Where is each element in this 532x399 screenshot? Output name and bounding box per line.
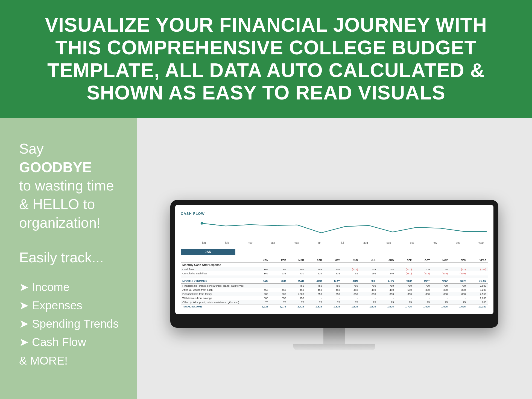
cell: 75 bbox=[449, 300, 467, 304]
hello-label: & HELLO to bbox=[19, 196, 95, 212]
col-nov: NOV bbox=[431, 258, 449, 263]
cell: 75 bbox=[252, 300, 270, 304]
list-item: ➤ Spending Trends bbox=[19, 315, 120, 333]
col-dec: DEC bbox=[449, 258, 467, 263]
col-sep-h: SEP bbox=[396, 278, 414, 284]
col-jun-h: JUN bbox=[342, 278, 360, 284]
table-row: Other (child support, public assistance,… bbox=[181, 300, 488, 304]
col-jun: JUN bbox=[342, 258, 360, 263]
cell: 200 bbox=[270, 292, 288, 296]
cell: 75 bbox=[288, 300, 306, 304]
cell: 350 bbox=[342, 292, 360, 296]
col-mar-h: MAR bbox=[288, 278, 306, 284]
cell: 450 bbox=[306, 288, 324, 292]
cell: 169 bbox=[252, 271, 270, 275]
cell: 150 bbox=[288, 296, 306, 300]
cell: 2,425 bbox=[288, 304, 306, 309]
col-jul-h: JUL bbox=[359, 278, 378, 284]
cell: 75 bbox=[324, 300, 342, 304]
cash-flow-label: Cash flow bbox=[181, 267, 252, 271]
col-aug: AUG bbox=[378, 258, 396, 263]
col-may-h: MAY bbox=[324, 278, 342, 284]
income-row-label: After-tax wages from a job bbox=[181, 288, 252, 292]
cell: 350 bbox=[359, 292, 378, 296]
col-nov-h: NOV bbox=[431, 278, 449, 284]
cell: 169 bbox=[252, 267, 270, 271]
monthly-cash-label: Monthly Cash After Expense bbox=[181, 262, 252, 267]
cell: 340 bbox=[378, 271, 396, 275]
cell: 200 bbox=[252, 292, 270, 296]
col-jul: JUL bbox=[359, 258, 378, 263]
income-row-label: Withdrawals from savings bbox=[181, 296, 252, 300]
cell: (238) bbox=[431, 271, 449, 275]
col-dec-h: DEC bbox=[449, 278, 467, 284]
cell: 199 bbox=[306, 267, 324, 271]
cell: 750 bbox=[288, 283, 306, 288]
goodbye-text: Say GOODBYE to wasting time & HELLO to o… bbox=[19, 140, 120, 232]
month-label: nov bbox=[428, 241, 442, 244]
income-row-label: Financial aid (grants, scholarships, loa… bbox=[181, 283, 252, 288]
cell: (721) bbox=[396, 267, 414, 271]
month-label: aug bbox=[359, 241, 373, 244]
cell: 238 bbox=[270, 271, 288, 275]
table-row: Cash flow 169 69 192 199 204 (771) 124 1… bbox=[181, 267, 488, 271]
cash-flow-chart-section: CASH FLOW jan feb mar bbox=[181, 212, 488, 244]
total-income-label: TOTAL INCOME bbox=[181, 304, 252, 309]
say-label: Say bbox=[19, 141, 44, 157]
income-section-header-row: MONTHLY INCOME JAN FEB MAR APR MAY JUN J… bbox=[181, 278, 488, 284]
list-item: ➤ Expenses bbox=[19, 296, 120, 315]
cell: 450 bbox=[342, 288, 360, 292]
cell: 450 bbox=[270, 288, 288, 292]
table-row: Cumulative cash flow 169 238 430 629 833… bbox=[181, 271, 488, 275]
month-label: jan bbox=[197, 241, 211, 244]
col-sep: SEP bbox=[396, 258, 414, 263]
cell bbox=[467, 271, 488, 275]
cell: 750 bbox=[324, 283, 342, 288]
col-jan: JAN bbox=[252, 258, 270, 263]
cell: (771) bbox=[342, 267, 360, 271]
cell: 450 bbox=[324, 288, 342, 292]
month-label: sep bbox=[382, 241, 396, 244]
month-label: feb bbox=[220, 241, 234, 244]
cell: 1,625 bbox=[359, 304, 378, 309]
cell: 7,500 bbox=[467, 283, 488, 288]
cell: 75 bbox=[359, 300, 378, 304]
cell: 1,000 bbox=[288, 292, 306, 296]
cell: 350 bbox=[431, 288, 449, 292]
cell: 75 bbox=[378, 300, 396, 304]
cell: 75 bbox=[396, 300, 414, 304]
cell: - bbox=[359, 296, 378, 300]
cell: - bbox=[324, 296, 342, 300]
cell: 1,075 bbox=[270, 304, 288, 309]
table-row: After-tax wages from a job 450 450 450 4… bbox=[181, 288, 488, 292]
right-panel: CASH FLOW jan feb mar bbox=[137, 118, 532, 399]
col-aug-h: AUG bbox=[378, 278, 396, 284]
cell: (272) bbox=[413, 271, 431, 275]
cell: (299) bbox=[467, 267, 488, 271]
cell: (299) bbox=[449, 271, 467, 275]
monitor-stand-neck bbox=[323, 328, 345, 344]
list-item: ➤ Cash Flow bbox=[19, 333, 120, 351]
cell: - bbox=[270, 283, 288, 288]
chart-months: jan feb mar apr may jun jul aug sep oct bbox=[181, 240, 488, 244]
cell: 350 bbox=[306, 292, 324, 296]
cell: 750 bbox=[342, 283, 360, 288]
cell: 450 bbox=[378, 288, 396, 292]
cell: 1,525 bbox=[449, 304, 467, 309]
cell: 192 bbox=[288, 267, 306, 271]
easily-track-label: Easily track... bbox=[19, 248, 120, 267]
cell: 1,000 bbox=[467, 296, 488, 300]
list-item: & MORE! bbox=[19, 351, 120, 370]
cell: 350 bbox=[378, 292, 396, 296]
month-label: may bbox=[290, 241, 303, 244]
income-section-label: MONTHLY INCOME bbox=[181, 278, 252, 284]
month-label: jun bbox=[313, 241, 326, 244]
cell: 1,625 bbox=[378, 304, 396, 309]
cell: 550 bbox=[396, 288, 414, 292]
table-row: Withdrawals from savings 500 350 150 - -… bbox=[181, 296, 488, 300]
income-row-label: Other (child support, public assistance,… bbox=[181, 300, 252, 304]
cell: 1,225 bbox=[252, 304, 270, 309]
cell: - bbox=[396, 296, 414, 300]
cell: 350 bbox=[324, 292, 342, 296]
month-label: dec bbox=[451, 241, 465, 244]
